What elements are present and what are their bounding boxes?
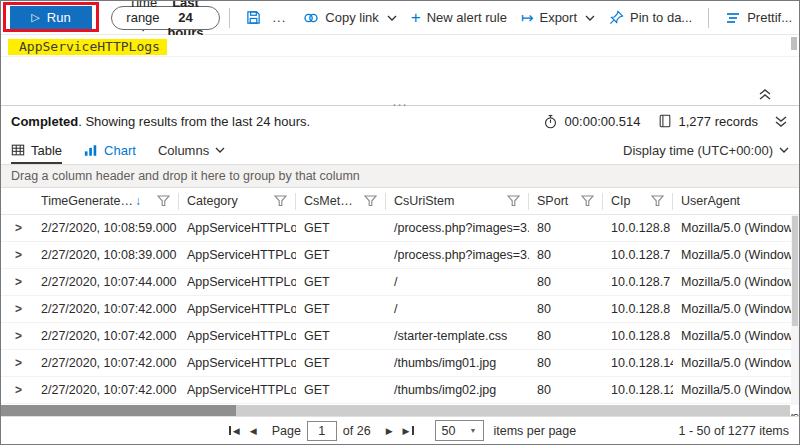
columns-dropdown[interactable]: Columns [158, 143, 225, 158]
row-expander-icon[interactable]: > [1, 383, 33, 397]
stopwatch-icon [543, 114, 558, 129]
records-icon [658, 114, 672, 128]
table-icon [11, 143, 25, 157]
cell-useragent: Mozilla/5.0 (Windows N [673, 302, 799, 316]
plus-icon: + [411, 9, 421, 26]
cell-csuristem: /process.php?images=3... [386, 248, 529, 262]
display-time-dropdown[interactable]: Display time (UTC+00:00) [623, 143, 789, 158]
query-status-bar: Completed. Showing results from the last… [1, 105, 799, 136]
tab-table[interactable]: Table [11, 136, 62, 164]
last-page-button[interactable]: ▶ [398, 424, 419, 438]
filter-icon[interactable] [274, 195, 287, 207]
new-alert-rule-button[interactable]: + New alert rule [404, 4, 514, 32]
cell-cip: 10.0.128.8 [603, 329, 673, 343]
cell-cip: 10.0.128.7 [603, 275, 673, 289]
page-number-input[interactable] [307, 421, 337, 441]
filter-icon[interactable] [157, 195, 170, 207]
row-expander-icon[interactable]: > [1, 329, 33, 343]
cell-cip: 10.0.128.7 [603, 248, 673, 262]
cell-category: AppServiceHTTPLogs [179, 356, 296, 370]
cell-csmethod: GET [296, 248, 386, 262]
editor-resize-handle[interactable]: ... [392, 97, 408, 105]
page-label: Page [272, 424, 301, 438]
vertical-scrollbar[interactable] [791, 215, 799, 405]
cell-sport: 80 [529, 329, 603, 343]
time-range-button[interactable]: Time range : Last 24 hours [111, 6, 220, 30]
cell-csuristem: / [386, 302, 529, 316]
filter-icon[interactable] [651, 195, 664, 207]
select-caret-icon: ▼ [470, 427, 477, 434]
horizontal-scrollbar-thumb[interactable] [1, 405, 236, 416]
export-label: Export [539, 10, 577, 25]
cell-csuristem: / [386, 275, 529, 289]
table-row[interactable]: > 2/27/2020, 10:07:42.000 PM AppServiceH… [1, 296, 799, 323]
table-row[interactable]: > 2/27/2020, 10:07:42.000 PM AppServiceH… [1, 350, 799, 377]
column-label: CIp [611, 194, 643, 208]
cell-timegenerated: 2/27/2020, 10:07:42.000 PM [33, 329, 179, 343]
horizontal-scrollbar[interactable] [1, 405, 790, 416]
column-header-timegenerated[interactable]: TimeGenerated [UTC] ↓ [33, 193, 179, 210]
run-button-label: Run [47, 10, 71, 25]
column-header-category[interactable]: Category [179, 193, 296, 210]
cell-csuristem: /starter-template.css [386, 329, 529, 343]
cell-csmethod: GET [296, 383, 386, 397]
filter-icon[interactable] [581, 195, 594, 207]
editor-scrollbar-thumb[interactable] [791, 37, 797, 50]
chevron-down-icon [585, 15, 595, 21]
pin-to-dashboard-button[interactable]: Pin to da... [602, 4, 699, 32]
pagination-bar: ◀ ◀ Page of 26 ▶ ▶ 50 ▼ items per page 1… [1, 416, 799, 444]
vertical-scrollbar-thumb[interactable] [792, 216, 798, 326]
cell-timegenerated: 2/27/2020, 10:07:42.000 PM [33, 302, 179, 316]
editor-scrollbar[interactable] [791, 37, 798, 101]
cell-category: AppServiceHTTPLogs [179, 248, 296, 262]
toolbar-divider [708, 8, 709, 28]
query-line[interactable]: AppServiceHTTPLogs [1, 35, 799, 57]
table-row[interactable]: > 2/27/2020, 10:07:42.000 PM AppServiceH… [1, 377, 799, 404]
elapsed-time: 00:00:00.514 [565, 114, 641, 129]
filter-icon[interactable] [364, 195, 377, 207]
table-row[interactable]: > 2/27/2020, 10:07:44.000 PM AppServiceH… [1, 269, 799, 296]
save-overflow-button[interactable]: ... [268, 10, 290, 25]
cell-timegenerated: 2/27/2020, 10:07:44.000 PM [33, 275, 179, 289]
query-editor[interactable]: AppServiceHTTPLogs ... [1, 35, 799, 105]
sort-descending-icon[interactable]: ↓ [135, 194, 141, 208]
table-row[interactable]: > 2/27/2020, 10:07:42.000 PM AppServiceH… [1, 323, 799, 350]
column-header-cip[interactable]: CIp [603, 193, 673, 210]
next-page-button[interactable]: ▶ [381, 424, 398, 438]
items-per-page-select[interactable]: 50 ▼ [435, 420, 484, 441]
prettify-button[interactable]: Prettif... [718, 4, 799, 32]
cell-csmethod: GET [296, 275, 386, 289]
column-header-csuristem[interactable]: CsUriStem [386, 193, 529, 210]
row-expander-icon[interactable]: > [1, 356, 33, 370]
collapse-editor-button[interactable] [757, 87, 773, 102]
row-expander-icon[interactable]: > [1, 275, 33, 289]
row-expander-icon[interactable]: > [1, 248, 33, 262]
log-analytics-query-pane: ▷ Run Time range : Last 24 hours ... Cop… [0, 0, 800, 445]
expand-results-button[interactable] [773, 114, 789, 129]
cell-sport: 80 [529, 248, 603, 262]
query-text-highlighted[interactable]: AppServiceHTTPLogs [8, 39, 167, 55]
column-header-csmethod[interactable]: CsMethod [296, 193, 386, 210]
table-row[interactable]: > 2/27/2020, 10:08:59.000 PM AppServiceH… [1, 215, 799, 242]
run-button[interactable]: ▷ Run [10, 6, 92, 29]
new-alert-rule-label: New alert rule [427, 10, 507, 25]
copy-link-button[interactable]: Copy link [296, 4, 403, 32]
filter-icon[interactable] [507, 195, 520, 207]
column-label: Category [187, 194, 266, 208]
row-expander-icon[interactable]: > [1, 302, 33, 316]
column-header-useragent[interactable]: UserAgent [673, 193, 799, 210]
cell-sport: 80 [529, 275, 603, 289]
save-button[interactable] [239, 4, 268, 32]
table-header-row: TimeGenerated [UTC] ↓ Category CsMethod … [1, 188, 799, 215]
columns-label: Columns [158, 143, 209, 158]
previous-page-button[interactable]: ◀ [245, 424, 262, 438]
export-button[interactable]: ↦ Export [514, 4, 602, 32]
row-expander-icon[interactable]: > [1, 221, 33, 235]
next-icon: ▶ [403, 426, 410, 436]
first-page-button[interactable]: ◀ [224, 424, 245, 438]
column-header-sport[interactable]: SPort [529, 193, 603, 210]
table-row[interactable]: > 2/27/2020, 10:08:39.000 PM AppServiceH… [1, 242, 799, 269]
tab-chart[interactable]: Chart [84, 136, 136, 164]
group-by-drop-zone[interactable]: Drag a column header and drop it here to… [1, 164, 799, 188]
link-icon [303, 11, 319, 25]
